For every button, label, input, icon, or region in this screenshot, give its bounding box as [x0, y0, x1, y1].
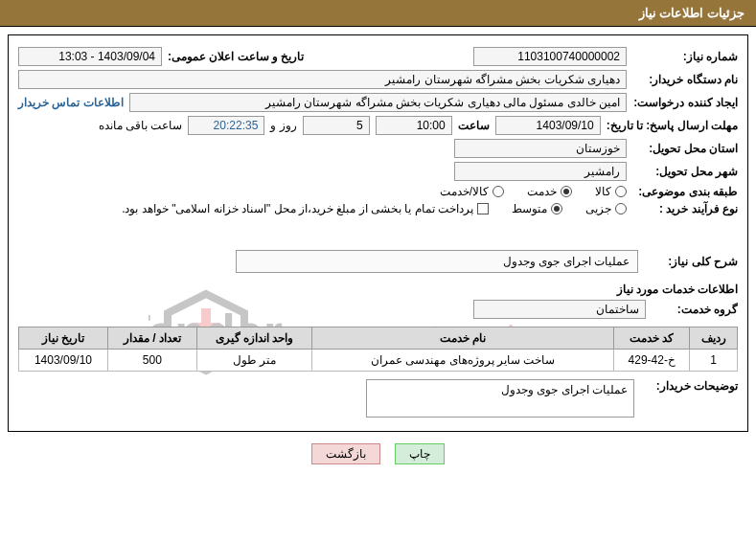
deadline-hour-field: 10:00 [376, 116, 452, 135]
th-code: کد خدمت [614, 327, 690, 350]
table-header-row: ردیف کد خدمت نام خدمت واحد اندازه گیری ت… [19, 327, 738, 350]
radio-icon [551, 203, 562, 215]
need-summary-box: عملیات اجرای جوی وجدول [236, 250, 638, 273]
cell-row: 1 [690, 350, 738, 372]
th-unit: واحد اندازه گیری [196, 327, 311, 350]
main-panel: AriaTender .net ◈ شماره نیاز: 1103100740… [8, 34, 748, 432]
cell-unit: متر طول [196, 350, 311, 372]
days-field: 5 [303, 116, 370, 135]
radio-goods-service-label: کالا/خدمت [440, 185, 489, 198]
city-label: شهر محل تحویل: [632, 165, 738, 178]
radio-icon [493, 186, 504, 197]
radio-medium[interactable]: متوسط [512, 202, 562, 215]
hour-label: ساعت [458, 119, 490, 132]
cell-code: خ-42-429 [614, 350, 690, 372]
radio-goods-service[interactable]: کالا/خدمت [440, 185, 504, 198]
service-group-label: گروه خدمت: [652, 303, 738, 316]
page-header: جزئیات اطلاعات نیاز [0, 0, 756, 27]
category-label: طبقه بندی موضوعی: [632, 185, 738, 198]
footer-buttons: چاپ بازگشت [0, 443, 756, 464]
radio-goods-label: کالا [595, 185, 611, 198]
time-counter-field: 20:22:35 [188, 116, 264, 135]
need-summary-label: شرح کلی نیاز: [652, 255, 738, 268]
buyer-org-label: نام دستگاه خریدار: [632, 73, 738, 86]
buyer-org-field: دهیاری شکریات بخش مشراگه شهرستان رامشیر [18, 70, 627, 89]
services-table: ردیف کد خدمت نام خدمت واحد اندازه گیری ت… [18, 327, 738, 372]
creator-label: ایجاد کننده درخواست: [632, 96, 738, 109]
cell-need-date: 1403/09/10 [19, 350, 108, 372]
radio-icon [561, 186, 572, 197]
cell-name: ساخت سایر پروژه‌های مهندسی عمران [312, 350, 614, 372]
th-need-date: تاریخ نیاز [19, 327, 108, 350]
table-row: 1 خ-42-429 ساخت سایر پروژه‌های مهندسی عم… [19, 350, 738, 372]
announce-label: تاریخ و ساعت اعلان عمومی: [168, 50, 304, 63]
radio-service-label: خدمت [527, 185, 557, 198]
radio-small-label: جزیی [585, 202, 611, 215]
buyer-notes-label: توضیحات خریدار: [642, 379, 738, 393]
remaining-label: ساعت باقی مانده [99, 119, 183, 132]
payment-note: پرداخت تمام یا بخشی از مبلغ خرید،از محل … [122, 202, 473, 215]
back-button[interactable]: بازگشت [311, 443, 380, 464]
deadline-label: مهلت ارسال پاسخ: تا تاریخ: [607, 119, 738, 132]
page-title: جزئیات اطلاعات نیاز [639, 6, 745, 20]
th-name: نام خدمت [312, 327, 614, 350]
radio-icon [615, 203, 627, 215]
cell-qty: 500 [107, 350, 196, 372]
deadline-date-field: 1403/09/10 [495, 116, 601, 135]
radio-medium-label: متوسط [512, 202, 547, 215]
creator-field: امین خالدی مسئول مالی دهیاری شکریات بخش … [129, 93, 627, 112]
contact-link[interactable]: اطلاعات تماس خریدار [18, 96, 124, 109]
buyer-notes-box: عملیات اجرای جوی وجدول [366, 379, 634, 418]
days-and-label: روز و [270, 119, 296, 132]
th-qty: تعداد / مقدار [107, 327, 196, 350]
process-label: نوع فرآیند خرید : [632, 202, 738, 215]
payment-checkbox[interactable]: پرداخت تمام یا بخشی از مبلغ خرید،از محل … [122, 202, 489, 215]
services-info-title: اطلاعات خدمات مورد نیاز [18, 282, 738, 296]
th-row: ردیف [690, 327, 738, 350]
province-label: استان محل تحویل: [632, 142, 738, 155]
need-number-field: 1103100740000002 [473, 47, 627, 66]
radio-small[interactable]: جزیی [585, 202, 627, 215]
radio-icon [615, 186, 627, 197]
checkbox-icon [477, 203, 489, 215]
province-field: خوزستان [454, 139, 627, 158]
radio-service[interactable]: خدمت [527, 185, 572, 198]
announce-field: 1403/09/04 - 13:03 [18, 47, 162, 66]
city-field: رامشیر [454, 162, 627, 181]
service-group-field: ساختمان [473, 300, 646, 319]
print-button[interactable]: چاپ [395, 443, 445, 464]
need-number-label: شماره نیاز: [632, 50, 738, 63]
radio-goods[interactable]: کالا [595, 185, 627, 198]
